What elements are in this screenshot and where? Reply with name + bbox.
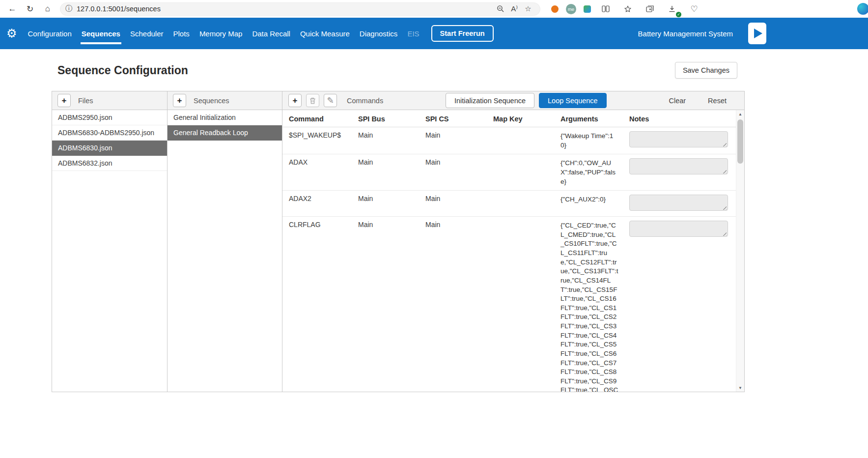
nav-item-configuration[interactable]: Configuration <box>25 18 75 49</box>
add-sequence-button[interactable]: + <box>173 94 186 107</box>
edit-command-button[interactable]: ✎ <box>324 94 337 107</box>
commands-panel: + ✎ Commands Initialization Sequence Loo… <box>282 91 745 392</box>
table-header-row: Command SPI Bus SPI CS Map Key Arguments… <box>282 110 736 127</box>
cell-map-key <box>493 221 560 392</box>
scroll-down-icon[interactable]: ▼ <box>736 384 744 392</box>
col-notes: Notes <box>629 115 736 123</box>
file-item[interactable]: ADBMS6832.json <box>52 156 167 171</box>
download-complete-badge: ✓ <box>676 12 681 17</box>
zoom-out-icon[interactable] <box>494 5 507 13</box>
initialization-sequence-button[interactable]: Initialization Sequence <box>446 93 534 108</box>
save-changes-button[interactable]: Save Changes <box>675 62 737 79</box>
delete-command-button[interactable] <box>306 94 319 107</box>
cell-notes <box>629 158 736 186</box>
col-arguments: Arguments <box>560 115 629 123</box>
notes-input[interactable] <box>629 195 728 211</box>
site-info-icon[interactable]: ⓘ <box>65 4 72 13</box>
notes-input[interactable] <box>629 221 728 237</box>
settings-gear-icon[interactable]: ⚙ <box>6 28 17 39</box>
col-spi-bus: SPI Bus <box>358 115 425 123</box>
nav-item-scheduler[interactable]: Scheduler <box>127 18 167 49</box>
nav-item-data-recall[interactable]: Data Recall <box>249 18 294 49</box>
scrollbar-thumb[interactable] <box>737 119 743 164</box>
table-scrollbar[interactable]: ▲ ▼ <box>736 110 744 392</box>
add-command-button[interactable]: + <box>288 94 302 107</box>
cell-notes <box>629 221 736 392</box>
cell-spi-cs: Main <box>425 158 493 186</box>
page-title: Sequence Configuration <box>57 64 188 77</box>
sequence-item-selected[interactable]: General Readback Loop <box>168 125 282 141</box>
cell-arguments: {"CH":0,"OW_AUX":false,"PUP":false} <box>560 158 618 186</box>
refresh-icon[interactable]: ↻ <box>23 2 37 16</box>
cell-command: ADAX <box>289 158 358 186</box>
collections-icon[interactable] <box>643 2 657 16</box>
nav-item-memory-map[interactable]: Memory Map <box>196 18 246 49</box>
play-icon <box>754 29 762 38</box>
reset-button[interactable]: Reset <box>708 97 727 105</box>
nav-item-eis: EIS <box>404 18 422 49</box>
cell-spi-cs: Main <box>425 131 493 150</box>
home-icon[interactable]: ⌂ <box>40 2 55 16</box>
col-spi-cs: SPI CS <box>425 115 493 123</box>
sidebar-play-button[interactable] <box>748 23 766 44</box>
favorites-star-icon[interactable]: ☆ <box>521 4 535 13</box>
profile-avatar[interactable]: me <box>566 4 576 14</box>
downloads-icon[interactable]: ✓ <box>665 2 679 16</box>
cell-spi-bus: Main <box>358 221 425 392</box>
clear-button[interactable]: Clear <box>669 97 686 105</box>
files-panel: + Files ADBMS2950.json ADBMS6830-ADBMS29… <box>52 91 168 392</box>
cell-spi-bus: Main <box>358 195 425 212</box>
edge-copilot-icon[interactable] <box>857 3 868 15</box>
cell-spi-bus: Main <box>358 158 425 186</box>
nav-item-sequences[interactable]: Sequences <box>78 18 124 49</box>
nav-item-diagnostics[interactable]: Diagnostics <box>356 18 401 49</box>
browser-essentials-icon[interactable]: ♡ <box>687 2 701 16</box>
sequence-item[interactable]: General Initialization <box>168 110 282 125</box>
url-text[interactable]: 127.0.0.1:5001/sequences <box>77 5 494 13</box>
scroll-up-icon[interactable]: ▲ <box>736 110 744 118</box>
sequences-panel-title: Sequences <box>194 97 229 105</box>
col-map-key: Map Key <box>493 115 560 123</box>
cell-command: ADAX2 <box>289 195 358 212</box>
cell-spi-bus: Main <box>358 131 425 150</box>
favorites-bar-icon[interactable] <box>620 2 635 16</box>
back-icon[interactable]: ← <box>5 2 20 16</box>
cell-arguments: {"CL_CED":true,"CL_CMED":true,"CL_CS10FL… <box>560 221 618 392</box>
cell-map-key <box>493 158 560 186</box>
commands-table: Command SPI Bus SPI CS Map Key Arguments… <box>282 110 736 392</box>
cell-command: CLRFLAG <box>289 221 358 392</box>
cell-arguments: {"CH_AUX2":0} <box>560 195 618 212</box>
file-item[interactable]: ADBMS2950.json <box>52 110 167 125</box>
extension-orange-icon[interactable] <box>551 5 559 13</box>
sequences-panel: + Sequences General Initialization Gener… <box>167 91 282 392</box>
files-panel-title: Files <box>78 97 93 105</box>
page-header: Sequence Configuration Save Changes <box>52 62 745 79</box>
extension-color-icon[interactable] <box>584 5 591 13</box>
nav-item-plots[interactable]: Plots <box>170 18 193 49</box>
commands-toolbar: + ✎ Commands Initialization Sequence Loo… <box>282 91 744 110</box>
loop-sequence-button[interactable]: Loop Sequence <box>539 93 607 108</box>
file-item-selected[interactable]: ADBMS6830.json <box>52 141 167 156</box>
cell-notes <box>629 131 736 150</box>
table-row[interactable]: ADAX2 Main Main {"CH_AUX2":0} <box>282 191 736 217</box>
split-screen-icon[interactable] <box>598 2 613 16</box>
read-aloud-icon[interactable]: A⁾ <box>507 4 521 13</box>
cell-spi-cs: Main <box>425 195 493 212</box>
file-item[interactable]: ADBMS6830-ADBMS2950.json <box>52 125 167 141</box>
cell-command: $SPI_WAKEUP$ <box>289 131 358 150</box>
start-freerun-button[interactable]: Start Freerun <box>431 25 494 42</box>
app-title: Battery Management System <box>638 29 733 38</box>
browser-chrome: ← ↻ ⌂ ⓘ 127.0.0.1:5001/sequences A⁾ ☆ me… <box>0 0 868 18</box>
add-file-button[interactable]: + <box>57 94 71 107</box>
extension-icons: me ✓ ♡ <box>551 2 701 16</box>
table-row[interactable]: ADAX Main Main {"CH":0,"OW_AUX":false,"P… <box>282 154 736 191</box>
nav-item-quick-measure[interactable]: Quick Measure <box>297 18 353 49</box>
cell-arguments: {"Wakeup Time":10} <box>560 131 618 150</box>
table-row[interactable]: $SPI_WAKEUP$ Main Main {"Wakeup Time":10… <box>282 127 736 154</box>
cell-spi-cs: Main <box>425 221 493 392</box>
col-command: Command <box>289 115 358 123</box>
notes-input[interactable] <box>629 131 728 147</box>
address-bar[interactable]: ⓘ 127.0.0.1:5001/sequences A⁾ ☆ <box>60 2 540 16</box>
table-row[interactable]: CLRFLAG Main Main {"CL_CED":true,"CL_CME… <box>282 217 736 392</box>
notes-input[interactable] <box>629 158 728 174</box>
